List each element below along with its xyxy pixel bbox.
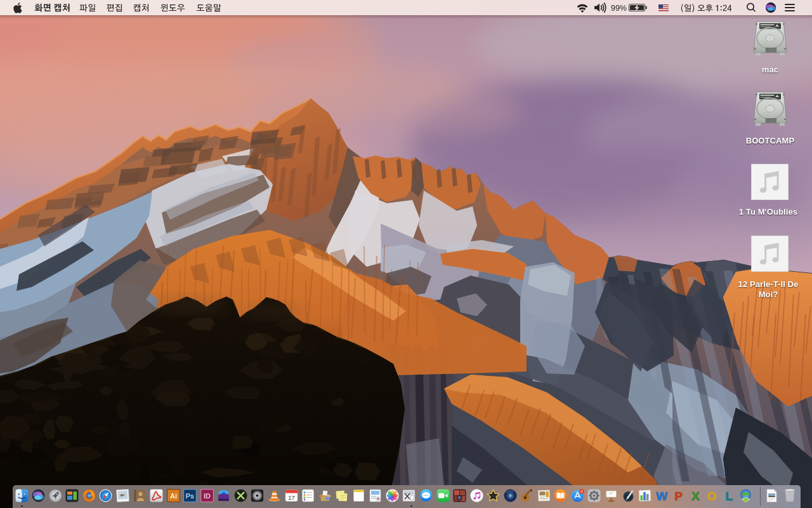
svg-text:4: 4 — [580, 490, 582, 493]
svg-text:W: W — [656, 490, 667, 503]
svg-text:P: P — [674, 490, 683, 503]
svg-text:17: 17 — [288, 494, 295, 501]
svg-text:Ps: Ps — [186, 492, 194, 500]
svg-text:L: L — [725, 490, 733, 503]
svg-text:X: X — [691, 490, 700, 503]
svg-text:O: O — [707, 490, 717, 503]
svg-text:99%: 99% — [611, 4, 627, 13]
svg-text:Ai: Ai — [170, 492, 177, 500]
svg-text:ID: ID — [204, 492, 211, 500]
